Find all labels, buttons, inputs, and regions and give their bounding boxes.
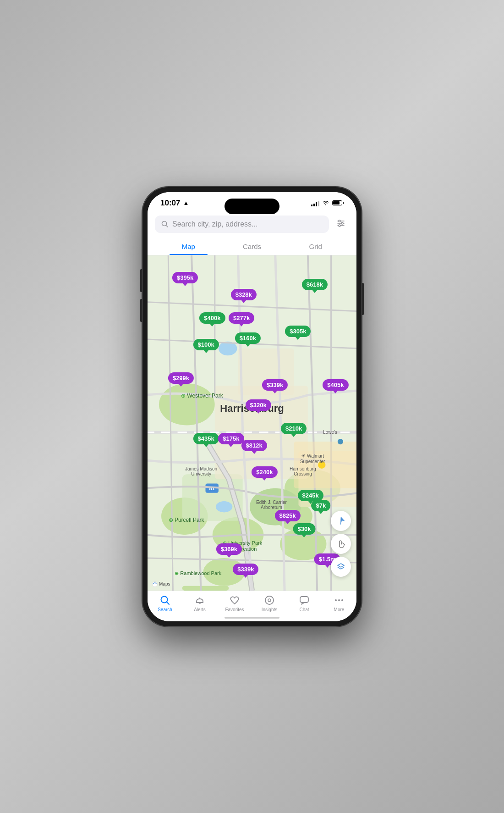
- svg-point-27: [318, 461, 325, 468]
- power-button[interactable]: [362, 283, 364, 315]
- nav-more[interactable]: More: [322, 595, 356, 612]
- svg-point-5: [339, 220, 340, 222]
- svg-point-31: [153, 581, 158, 586]
- svg-marker-30: [338, 564, 344, 567]
- svg-rect-16: [182, 586, 229, 590]
- pin-328k[interactable]: $328k: [231, 289, 257, 300]
- nav-search[interactable]: Search: [148, 595, 182, 612]
- svg-point-28: [338, 439, 343, 444]
- view-tabs: Map Cards Grid: [148, 238, 356, 255]
- navigate-icon: [336, 516, 346, 526]
- pin-435k[interactable]: $435k: [193, 433, 219, 444]
- pin-339k-1[interactable]: $339k: [262, 379, 288, 391]
- pin-240k[interactable]: $240k: [252, 466, 277, 478]
- pin-175k[interactable]: $175k: [218, 433, 244, 444]
- svg-point-9: [159, 383, 215, 425]
- pin-395k[interactable]: $395k: [172, 272, 198, 283]
- search-nav-icon: [159, 595, 170, 606]
- gesture-button[interactable]: [331, 534, 351, 554]
- map-view[interactable]: 81: [148, 255, 356, 591]
- svg-point-36: [268, 599, 271, 602]
- wifi-icon: [322, 199, 329, 207]
- pin-305k[interactable]: $305k: [285, 326, 311, 337]
- search-input[interactable]: Search city, zip, address...: [155, 216, 329, 233]
- battery-icon: [332, 200, 344, 205]
- insights-icon: [264, 595, 275, 606]
- tab-grid[interactable]: Grid: [284, 238, 347, 255]
- pin-320k[interactable]: $320k: [246, 399, 271, 411]
- dynamic-island: [225, 199, 279, 214]
- search-bar-area: Search city, zip, address...: [148, 210, 356, 238]
- svg-line-33: [167, 602, 169, 604]
- pin-299k[interactable]: $299k: [168, 372, 194, 384]
- location-arrow-icon: ▲: [183, 199, 189, 206]
- pin-405k[interactable]: $405k: [323, 379, 348, 391]
- nav-alerts[interactable]: Alerts: [182, 595, 217, 612]
- pin-825k[interactable]: $825k: [274, 510, 300, 521]
- layers-button[interactable]: [331, 557, 351, 577]
- pin-210k[interactable]: $210k: [281, 423, 307, 434]
- svg-point-39: [338, 599, 340, 601]
- chat-icon: [299, 595, 310, 606]
- pin-618k[interactable]: $618k: [302, 279, 328, 290]
- gesture-icon: [336, 539, 346, 549]
- pin-400k[interactable]: $400k: [199, 312, 225, 324]
- map-background: 81: [148, 255, 356, 591]
- home-indicator: [225, 617, 279, 619]
- filter-button[interactable]: [333, 215, 349, 233]
- pin-30k[interactable]: $30k: [293, 523, 316, 535]
- pin-277k[interactable]: $277k: [229, 312, 254, 324]
- layers-icon: [336, 562, 346, 572]
- more-dots-icon: [334, 595, 345, 606]
- pin-339k-2[interactable]: $339k: [233, 564, 258, 575]
- pin-160k[interactable]: $160k: [235, 332, 261, 344]
- phone-screen: 10:07 ▲: [148, 192, 356, 621]
- pin-100k[interactable]: $100k: [193, 339, 219, 350]
- pin-7k[interactable]: $7k: [312, 500, 331, 511]
- status-time: 10:07 ▲: [160, 199, 189, 208]
- signal-icon: [311, 200, 319, 206]
- tab-cards[interactable]: Cards: [220, 238, 284, 255]
- maps-credit: Maps: [152, 581, 170, 587]
- svg-point-6: [341, 222, 343, 224]
- svg-line-1: [166, 225, 168, 227]
- filter-icon: [336, 219, 345, 228]
- nav-insights[interactable]: Insights: [252, 595, 287, 612]
- map-svg: 81: [148, 255, 356, 591]
- status-icons: [311, 199, 344, 207]
- nav-chat[interactable]: Chat: [287, 595, 322, 612]
- bell-icon: [194, 595, 205, 606]
- tab-map[interactable]: Map: [157, 238, 220, 255]
- svg-point-22: [216, 501, 233, 512]
- search-icon: [161, 221, 169, 228]
- svg-point-7: [339, 225, 340, 227]
- svg-point-35: [265, 596, 274, 604]
- phone-frame: 10:07 ▲: [142, 187, 362, 627]
- svg-rect-37: [300, 597, 308, 603]
- volume-up-button[interactable]: [140, 269, 142, 292]
- pin-812k[interactable]: $812k: [241, 440, 267, 451]
- svg-point-38: [335, 599, 337, 601]
- volume-down-button[interactable]: [140, 299, 142, 322]
- apple-maps-icon: [152, 581, 158, 587]
- heart-icon: [229, 595, 240, 606]
- nav-favorites[interactable]: Favorites: [217, 595, 252, 612]
- location-button[interactable]: [331, 511, 351, 531]
- svg-point-40: [341, 599, 343, 601]
- pin-369k[interactable]: $369k: [216, 543, 242, 555]
